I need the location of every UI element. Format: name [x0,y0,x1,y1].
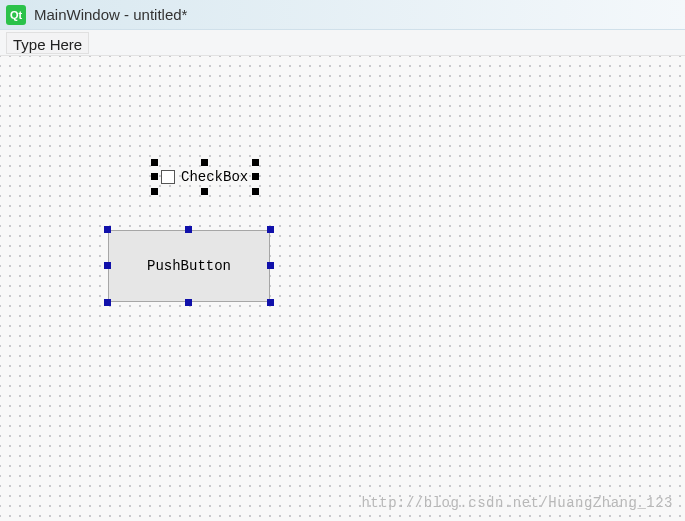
pushbutton-inner[interactable]: PushButton [108,230,270,302]
qt-logo-icon: Qt [6,5,26,25]
resize-handle-mr[interactable] [267,262,274,269]
checkbox-inner[interactable]: CheckBox [155,163,255,191]
resize-handle-mr[interactable] [252,173,259,180]
checkbox-indicator[interactable] [161,170,175,184]
menubar[interactable]: Type Here [0,30,685,56]
resize-handle-tl[interactable] [151,159,158,166]
resize-handle-bl[interactable] [151,188,158,195]
resize-handle-br[interactable] [252,188,259,195]
resize-handle-bc[interactable] [185,299,192,306]
checkbox-label: CheckBox [181,169,248,185]
resize-handle-tc[interactable] [185,226,192,233]
resize-handle-bc[interactable] [201,188,208,195]
watermark-text: http://blog.csdn.net/HuangZhang_123 [361,495,673,511]
resize-handle-ml[interactable] [104,262,111,269]
resize-handle-tr[interactable] [252,159,259,166]
resize-handle-br[interactable] [267,299,274,306]
checkbox-widget[interactable]: CheckBox [155,163,255,191]
resize-handle-tr[interactable] [267,226,274,233]
menu-type-here[interactable]: Type Here [6,32,89,54]
pushbutton-label: PushButton [147,258,231,274]
resize-handle-ml[interactable] [151,173,158,180]
resize-handle-tl[interactable] [104,226,111,233]
resize-handle-tc[interactable] [201,159,208,166]
window-title: MainWindow - untitled* [34,6,187,23]
pushbutton-widget[interactable]: PushButton [108,230,270,302]
window-titlebar: Qt MainWindow - untitled* [0,0,685,30]
designer-canvas[interactable]: CheckBox PushButton http://blog.csdn.net… [0,56,685,521]
resize-handle-bl[interactable] [104,299,111,306]
